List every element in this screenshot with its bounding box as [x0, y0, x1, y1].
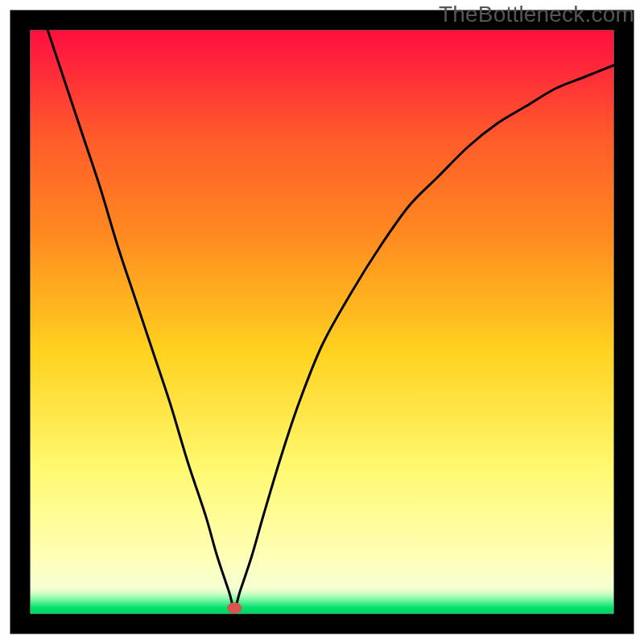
watermark-label: TheBottleneck.com	[439, 2, 634, 27]
chart-canvas: TheBottleneck.com	[0, 0, 644, 644]
plot-background	[31, 31, 614, 614]
min-marker	[227, 602, 242, 613]
chart-svg	[0, 0, 644, 644]
